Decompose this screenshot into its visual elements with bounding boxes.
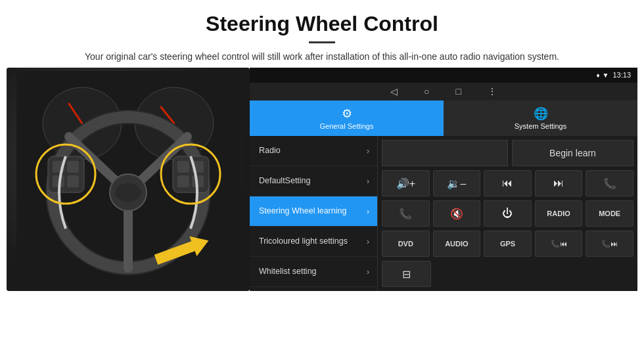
menu-item-default[interactable]: DefaultSetting › [250,166,377,196]
svg-rect-16 [67,175,79,187]
mute-icon: 🔇 [450,208,463,220]
vol-down-icon: 🔉– [447,177,466,190]
tab-bar: ⚙ General Settings 🌐 System Settings [250,101,637,136]
chevron-icon: › [367,177,369,186]
menu-item-whitelist-label: Whitelist setting [259,266,317,277]
menu-item-steering[interactable]: Steering Wheel learning › [250,196,377,227]
page-container: Steering Wheel Control Your original car… [0,0,644,358]
radio-button[interactable]: RADIO [535,200,583,227]
chevron-icon: › [367,237,369,246]
chevron-icon: › [367,207,369,216]
menu-item-tricoloured-label: Tricoloured light settings [259,236,348,246]
extra-settings-icon: ⊟ [402,268,411,280]
home-nav-button[interactable]: ○ [424,86,429,97]
sw-background [7,68,250,291]
phone-button[interactable]: 📞 [586,170,633,196]
answer-button[interactable]: 📞 [382,200,430,227]
audio-button[interactable]: AUDIO [433,231,481,257]
chevron-icon: › [367,146,369,156]
controls-area: Begin learn 🔊+ 🔉– ⏮ [378,136,637,291]
back-nav-button[interactable]: ◁ [390,86,398,97]
learn-empty-cell [382,140,508,166]
location-icon: ♦ [596,72,599,79]
svg-rect-20 [177,175,189,187]
page-title: Steering Wheel Control [39,12,605,36]
vol-up-button[interactable]: 🔊+ [382,170,430,196]
next-track-button[interactable]: ⏭ [535,170,583,196]
control-buttons-row2: 📞 🔇 ⏻ RADIO MODE [382,200,633,227]
vol-up-icon: 🔊+ [396,177,415,190]
next-icon: ⏭ [553,177,564,189]
mode-button[interactable]: MODE [586,200,633,227]
menu-list: Radio › DefaultSetting › Steering Wheel … [250,136,378,291]
recents-nav-button[interactable]: □ [456,86,461,97]
radio-label: RADIO [547,210,570,217]
tel-prev-button[interactable]: 📞⏮ [535,231,583,257]
content-area: ♦ ▼ 13:13 ◁ ○ □ ⋮ ⚙ General Settings 🌐 [0,68,644,358]
menu-item-steering-label: Steering Wheel learning [259,206,346,216]
steering-wheel-image [7,68,250,291]
tab-system-settings[interactable]: 🌐 System Settings [444,101,637,136]
chevron-icon: › [367,267,369,277]
menu-item-whitelist[interactable]: Whitelist setting › [250,257,377,287]
prev-icon: ⏮ [502,177,513,189]
mode-label: MODE [599,210,620,217]
tel-prev-icon: 📞⏮ [551,240,567,248]
phone-icon: 📞 [603,177,616,190]
menu-item-radio[interactable]: Radio › [250,136,377,166]
extra-settings-button[interactable]: ⊟ [382,261,431,287]
page-header: Steering Wheel Control Your original car… [0,0,644,68]
steering-wheel-svg [16,71,240,288]
tel-next-button[interactable]: 📞⏭ [586,231,633,257]
system-settings-icon: 🌐 [534,106,548,121]
general-settings-icon: ⚙ [342,106,352,121]
tab-general-settings[interactable]: ⚙ General Settings [250,101,444,136]
main-panel: Radio › DefaultSetting › Steering Wheel … [250,136,637,291]
menu-nav-button[interactable]: ⋮ [488,86,497,97]
svg-rect-14 [67,161,79,173]
dvd-button[interactable]: DVD [382,231,430,257]
audio-label: AUDIO [445,240,468,248]
status-bar: ♦ ▼ 13:13 [250,68,637,83]
control-buttons-row3: DVD AUDIO GPS 📞⏮ 📞⏭ [382,231,633,257]
begin-learn-button[interactable]: Begin learn [512,140,633,166]
tab-system-settings-label: System Settings [515,122,566,130]
tel-next-icon: 📞⏭ [601,240,618,248]
vol-down-button[interactable]: 🔉– [433,170,481,196]
dvd-label: DVD [398,240,413,248]
tab-general-settings-label: General Settings [320,122,374,130]
power-button[interactable]: ⏻ [484,200,532,227]
nav-buttons-row: ◁ ○ □ ⋮ [250,83,637,101]
gps-label: GPS [500,240,515,248]
menu-item-tricoloured[interactable]: Tricoloured light settings › [250,227,377,257]
answer-icon: 📞 [399,208,412,220]
begin-learn-row: Begin learn [382,140,633,166]
menu-item-radio-label: Radio [259,145,281,156]
prev-track-button[interactable]: ⏮ [484,170,532,196]
svg-point-11 [115,183,141,202]
wifi-icon: ▼ [603,72,609,79]
mute-button[interactable]: 🔇 [433,200,481,227]
status-time: 13:13 [612,71,631,79]
control-buttons-row4: ⊟ [382,261,633,287]
page-subtitle: Your original car's steering wheel contr… [39,50,605,64]
gps-button[interactable]: GPS [484,231,532,257]
status-icons: ♦ ▼ [596,72,609,79]
menu-item-default-label: DefaultSetting [259,175,311,186]
header-divider [309,41,335,43]
power-icon: ⏻ [502,208,513,219]
svg-rect-18 [177,161,189,173]
control-buttons-row1: 🔊+ 🔉– ⏮ ⏭ 📞 [382,170,633,196]
android-panel: ♦ ▼ 13:13 ◁ ○ □ ⋮ ⚙ General Settings 🌐 [250,68,637,291]
